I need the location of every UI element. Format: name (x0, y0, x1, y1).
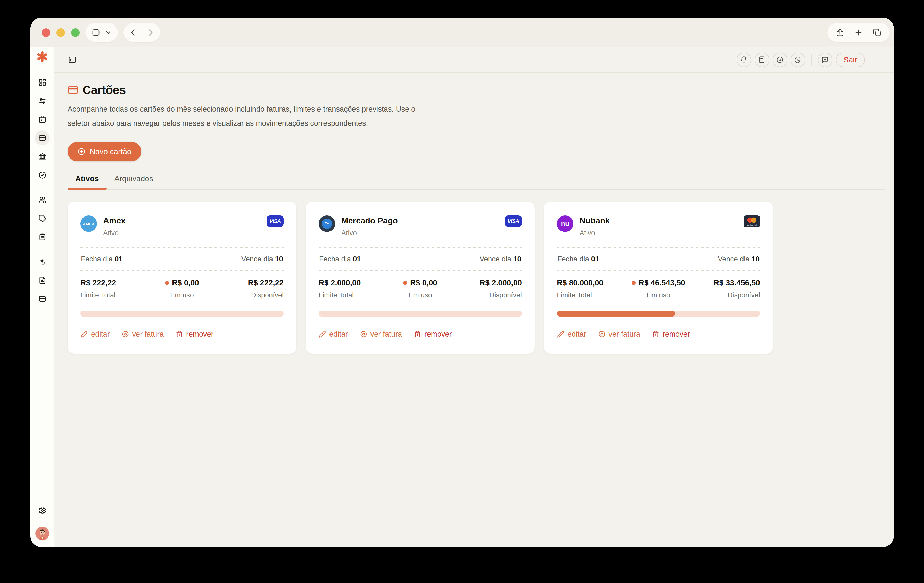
share-icon[interactable] (836, 28, 844, 37)
sidebar-item-settings[interactable] (35, 503, 50, 518)
divider (81, 270, 284, 271)
trash-icon (176, 330, 183, 338)
amex-avatar: AMEX (81, 216, 97, 232)
window-controls (42, 28, 80, 37)
remove-card-link[interactable]: remover (414, 330, 452, 338)
limit-usage-bar (81, 311, 284, 316)
sidebar-item-wallet[interactable] (35, 291, 50, 306)
sidebar-item-tags[interactable] (35, 211, 50, 226)
tab-overview-icon[interactable] (873, 28, 881, 37)
back-icon[interactable] (129, 28, 137, 37)
due-day: Vence dia 10 (480, 255, 521, 263)
in-use-dot (632, 281, 635, 285)
invoice-eye-icon (122, 330, 129, 338)
sidebar-item-performance[interactable] (35, 168, 50, 183)
visa-brand-icon: VISA (505, 216, 522, 227)
notifications-button[interactable] (737, 53, 751, 67)
divider (142, 27, 142, 38)
dark-mode-button[interactable] (791, 53, 805, 67)
available-value: R$ 2.000,00 (454, 278, 522, 287)
chevron-down-icon[interactable] (105, 29, 112, 36)
credit-card-item: AMEX Amex Ativo VISA Fecha dia 01 Vence … (68, 201, 297, 354)
sidebar-item-reports[interactable] (35, 273, 50, 288)
panel-toggle-icon[interactable] (68, 55, 77, 64)
sidebar-toggle-group (85, 23, 118, 42)
trash-icon (414, 330, 421, 338)
limit-total-value: R$ 222,22 (81, 278, 148, 287)
sidebar-item-cards[interactable] (35, 130, 50, 145)
tab-ativos[interactable]: Ativos (68, 174, 107, 189)
privacy-eye-icon (776, 56, 784, 64)
limit-usage-bar (318, 311, 522, 316)
sidebar-toggle-icon[interactable] (92, 28, 100, 37)
forward-icon[interactable] (146, 28, 155, 37)
tag-icon (38, 214, 46, 222)
invoice-eye-icon (360, 330, 367, 338)
sidebar-item-ai[interactable] (35, 254, 50, 269)
transfers-icon (38, 97, 46, 105)
card-status: Ativo (103, 229, 125, 237)
calculator-button[interactable] (755, 53, 769, 67)
trash-icon (652, 330, 660, 338)
in-use-dot (165, 281, 169, 285)
limit-usage-bar (557, 311, 760, 316)
edit-card-link[interactable]: editar (318, 330, 348, 338)
privacy-eye-button[interactable] (773, 53, 787, 67)
remove-card-link[interactable]: remover (652, 330, 690, 338)
tasks-icon (38, 233, 46, 241)
cards-grid: AMEX Amex Ativo VISA Fecha dia 01 Vence … (68, 201, 885, 354)
view-invoice-link[interactable]: ver fatura (598, 330, 640, 338)
view-invoice-link[interactable]: ver fatura (360, 330, 402, 338)
users-icon (38, 196, 46, 204)
new-tab-icon[interactable] (854, 28, 863, 37)
wallet-icon (38, 295, 46, 303)
mercado-pago-avatar (318, 216, 335, 232)
close-window-button[interactable] (42, 28, 50, 37)
pencil-icon (557, 330, 564, 338)
view-invoice-link[interactable]: ver fatura (122, 330, 164, 338)
limit-total-value: R$ 2.000,00 (318, 278, 386, 287)
mastercard-brand-icon: mastercard (744, 216, 760, 227)
edit-card-link[interactable]: editar (81, 330, 110, 338)
pencil-icon (81, 330, 88, 338)
ai-sparkles-icon (38, 258, 46, 266)
page-title: Cartões (82, 83, 126, 97)
new-card-button[interactable]: Novo cartão (68, 142, 141, 161)
cards-title-icon (68, 84, 78, 96)
nubank-avatar: nu (557, 216, 573, 232)
visa-brand-icon: VISA (267, 216, 284, 227)
card-name: Nubank (579, 216, 610, 226)
card-name: Mercado Pago (342, 216, 398, 226)
remove-card-link[interactable]: remover (176, 330, 213, 338)
pencil-icon (318, 330, 326, 338)
feedback-button[interactable] (818, 53, 832, 67)
maximize-window-button[interactable] (71, 28, 80, 37)
toolbar-right-actions (827, 23, 890, 42)
user-avatar[interactable] (35, 527, 49, 540)
card-name: Amex (103, 216, 125, 226)
close-day: Fecha dia 01 (81, 255, 123, 263)
logout-button[interactable]: Sair (836, 53, 865, 67)
calendar-icon (38, 115, 46, 124)
minimize-window-button[interactable] (56, 28, 65, 37)
tab-arquivados[interactable]: Arquivados (107, 174, 161, 189)
close-day: Fecha dia 01 (558, 255, 599, 263)
svg-text:mastercard: mastercard (747, 224, 757, 226)
sidebar-item-banks[interactable] (35, 149, 50, 164)
due-day: Vence dia 10 (718, 255, 759, 263)
sidebar-item-transfers[interactable] (35, 93, 50, 108)
dashboard-icon (38, 78, 46, 86)
sidebar-item-users[interactable] (35, 192, 50, 207)
sidebar-item-tasks[interactable] (35, 229, 50, 244)
available-value: R$ 33.456,50 (692, 278, 760, 287)
edit-card-link[interactable]: editar (557, 330, 586, 338)
sidebar-item-dashboard[interactable] (35, 75, 50, 90)
divider (557, 270, 760, 271)
calculator-icon (758, 56, 766, 64)
performance-icon (38, 171, 46, 179)
navigation-buttons (124, 23, 160, 42)
page-description: Acompanhe todas os cartões do mês seleci… (68, 102, 418, 130)
in-use-value: R$ 0,00 (386, 278, 454, 287)
close-day: Fecha dia 01 (319, 255, 361, 263)
sidebar-item-calendar[interactable] (35, 112, 50, 127)
